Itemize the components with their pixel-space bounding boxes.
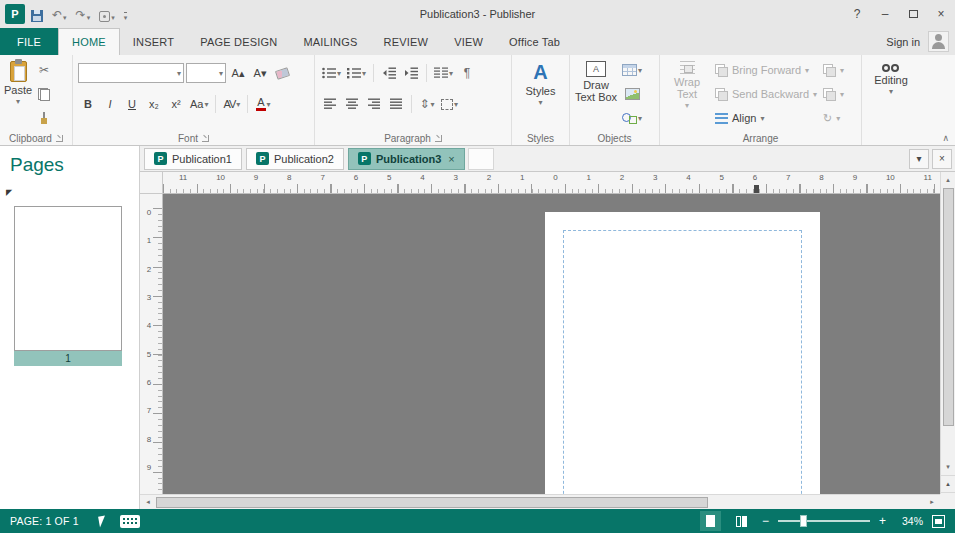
superscript-button[interactable]: x²	[166, 93, 186, 115]
pages-panel-collapse-icon[interactable]: ◤	[6, 188, 12, 197]
paste-button[interactable]: Paste ▾	[2, 58, 34, 132]
subscript-button[interactable]: x₂	[144, 93, 164, 115]
shrink-font-button[interactable]: A▾	[250, 62, 270, 84]
two-page-spread-view-button[interactable]	[730, 511, 753, 531]
tab-page-design[interactable]: PAGE DESIGN	[187, 28, 290, 55]
line-spacing-button[interactable]: ⇕▾	[417, 93, 437, 115]
doc-tab-publication1[interactable]: P Publication1	[144, 148, 242, 170]
dialog-launcher-icon[interactable]	[202, 135, 209, 142]
tab-view[interactable]: VIEW	[441, 28, 496, 55]
previous-page-button[interactable]: ▲	[941, 475, 955, 492]
underline-button[interactable]: U	[122, 93, 142, 115]
vertical-scrollbar-thumb[interactable]	[943, 188, 954, 426]
tab-home[interactable]: HOME	[58, 28, 120, 55]
tab-list-dropdown-button[interactable]: ▾	[909, 149, 929, 169]
page-thumbnail[interactable]: 1	[14, 206, 122, 366]
tab-office-tab[interactable]: Office Tab	[496, 28, 573, 55]
wrap-text-button[interactable]: Wrap Text ▾	[662, 58, 712, 132]
editing-button[interactable]: Editing ▾	[872, 58, 910, 132]
send-backward-button[interactable]: Send Backward ▾	[712, 82, 820, 106]
font-name-input[interactable]	[79, 64, 177, 82]
italic-button[interactable]: I	[100, 93, 120, 115]
maximize-button[interactable]	[899, 3, 927, 25]
publisher-app-icon[interactable]: P	[5, 4, 25, 24]
scroll-right-arrow[interactable]: ▸	[924, 495, 940, 509]
borders-button[interactable]: ▾	[439, 93, 460, 115]
single-page-view-button[interactable]	[700, 511, 721, 531]
dialog-launcher-icon[interactable]	[435, 135, 442, 142]
horizontal-ruler[interactable]: 111098765432101234567891011	[163, 172, 940, 194]
help-button[interactable]: ?	[843, 3, 871, 25]
columns-button[interactable]: ▾	[432, 62, 455, 84]
group-objects-button[interactable]: ▾	[820, 58, 847, 82]
touch-mode-button[interactable]: ▾	[96, 4, 118, 24]
font-color-button[interactable]: A▾	[253, 93, 273, 115]
close-tab-icon[interactable]: ×	[448, 153, 454, 165]
scroll-left-arrow[interactable]: ◂	[140, 495, 156, 509]
scroll-down-arrow[interactable]: ▾	[941, 459, 955, 475]
fit-page-button[interactable]	[932, 515, 945, 528]
font-name-combobox[interactable]: ▾	[78, 63, 184, 83]
tab-review[interactable]: REVIEW	[371, 28, 442, 55]
zoom-out-button[interactable]: −	[762, 514, 769, 528]
show-paragraph-marks-button[interactable]: ¶	[457, 62, 477, 84]
rotate-objects-button[interactable]: ↻▾	[820, 106, 847, 130]
styles-button[interactable]: A Styles ▾	[524, 58, 558, 132]
zoom-level[interactable]: 34%	[895, 515, 923, 527]
customize-qat-button[interactable]: ▾	[121, 4, 131, 24]
insert-picture-button[interactable]	[620, 82, 644, 106]
character-spacing-button[interactable]: AV▾	[221, 93, 242, 115]
numbering-button[interactable]: ▾	[345, 62, 368, 84]
change-case-button[interactable]: Aa▾	[188, 93, 210, 115]
keyboard-indicator-icon[interactable]	[120, 515, 140, 528]
tab-file[interactable]: FILE	[0, 28, 58, 55]
page-thumbnail-preview[interactable]	[14, 206, 122, 351]
horizontal-scrollbar[interactable]: ◂ ▸	[140, 494, 940, 509]
sign-in-button[interactable]: Sign in	[886, 36, 920, 48]
font-size-combobox[interactable]: ▾	[186, 63, 226, 83]
undo-button[interactable]: ↶▾	[49, 4, 70, 24]
align-center-button[interactable]	[342, 93, 362, 115]
minimize-button[interactable]: –	[871, 3, 899, 25]
close-button[interactable]: ×	[927, 3, 955, 25]
increase-indent-button[interactable]	[401, 62, 421, 84]
format-painter-button[interactable]	[34, 106, 54, 130]
doc-tab-stub[interactable]	[468, 148, 494, 170]
align-right-button[interactable]	[364, 93, 384, 115]
page-indicator[interactable]: PAGE: 1 OF 1	[0, 515, 79, 527]
vertical-ruler[interactable]: 0123456789	[140, 194, 163, 494]
align-objects-button[interactable]: Align ▾	[712, 106, 820, 130]
cut-button[interactable]: ✂	[34, 58, 54, 82]
ungroup-objects-button[interactable]: ▾	[820, 82, 847, 106]
decrease-indent-button[interactable]	[379, 62, 399, 84]
zoom-slider[interactable]	[778, 520, 870, 522]
insert-shapes-button[interactable]: ▾	[620, 106, 644, 130]
bullets-button[interactable]: ▾	[320, 62, 343, 84]
zoom-slider-thumb[interactable]	[800, 515, 807, 527]
copy-button[interactable]	[34, 82, 54, 106]
horizontal-scrollbar-thumb[interactable]	[156, 497, 708, 508]
bring-forward-button[interactable]: Bring Forward ▾	[712, 58, 820, 82]
vertical-scrollbar[interactable]: ▴ ▾ ▲ ▼	[940, 172, 955, 509]
redo-button[interactable]: ↷▾	[73, 4, 94, 24]
bold-button[interactable]: B	[78, 93, 98, 115]
close-document-button[interactable]: ×	[932, 149, 952, 169]
align-left-button[interactable]	[320, 93, 340, 115]
tab-mailings[interactable]: MAILINGS	[290, 28, 370, 55]
doc-tab-publication2[interactable]: P Publication2	[246, 148, 344, 170]
justify-button[interactable]	[386, 93, 406, 115]
grow-font-button[interactable]: A▴	[228, 62, 248, 84]
doc-tab-publication3[interactable]: P Publication3 ×	[348, 148, 465, 170]
pointer-mode-icon[interactable]	[98, 515, 107, 527]
draw-text-box-button[interactable]: A Draw Text Box	[572, 58, 620, 132]
save-button[interactable]	[28, 4, 46, 24]
dialog-launcher-icon[interactable]	[56, 135, 63, 142]
publication-page[interactable]	[545, 212, 820, 494]
insert-table-button[interactable]: ▾	[620, 58, 644, 82]
scroll-up-arrow[interactable]: ▴	[941, 172, 955, 188]
collapse-ribbon-button[interactable]: ∧	[942, 133, 949, 143]
tab-insert[interactable]: INSERT	[120, 28, 187, 55]
canvas[interactable]	[163, 194, 940, 494]
font-size-input[interactable]	[187, 64, 219, 82]
avatar[interactable]	[928, 31, 949, 52]
